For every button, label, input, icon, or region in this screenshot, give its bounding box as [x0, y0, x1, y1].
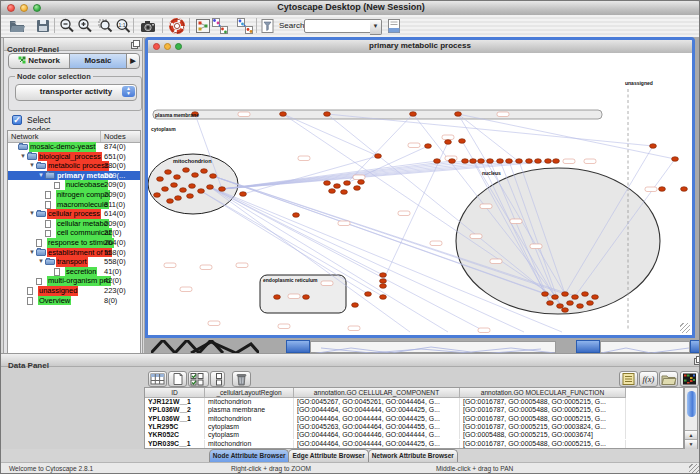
network-tree-row[interactable]: nitrogen compo209(0)	[8, 190, 140, 200]
network-node[interactable]	[577, 304, 584, 309]
network-view-window[interactable]: primary metabolic process plasma membran…	[145, 37, 695, 338]
zoom-selected-region-icon[interactable]	[96, 17, 114, 35]
table-cell[interactable]: YDR039C__1	[145, 440, 205, 448]
network-node[interactable]	[459, 139, 466, 144]
table-cell[interactable]: plasma membrane	[205, 406, 294, 414]
table-cell[interactable]: YPL036W__2	[145, 406, 205, 414]
network-node[interactable]	[167, 199, 174, 204]
network-tree-row[interactable]: response to stimulu264(0)	[8, 238, 140, 248]
network-node[interactable]	[380, 295, 387, 300]
network-node[interactable]	[210, 174, 217, 179]
table-cell[interactable]: [GO:0044464, GO:0044444, GO:0044425, G..…	[294, 406, 460, 414]
network-node[interactable]	[240, 192, 247, 197]
network-tree-row[interactable]: nucleobase-209(0)	[8, 180, 140, 190]
network-tree-row[interactable]: multi-organism pro42(0)	[8, 276, 140, 286]
apply-layout-icon[interactable]	[211, 17, 229, 35]
network-tree-row[interactable]: Overview8(0)	[8, 296, 140, 306]
float-panel-icon[interactable]	[694, 356, 700, 369]
table-cell[interactable]: [GO:0045263, GO:0044464, GO:0044455, G..…	[294, 423, 460, 431]
tree-expand-arrow-icon[interactable]: ▼	[38, 171, 44, 180]
network-node[interactable]	[174, 175, 181, 180]
network-node[interactable]	[329, 189, 336, 194]
table-cell[interactable]: [GO:0044464, GO:0044446, GO:0044444, G..…	[294, 431, 460, 439]
network-node[interactable]	[425, 144, 432, 149]
network-node[interactable]	[542, 292, 549, 297]
network-tree-row[interactable]: ▼biological_process651(0)	[8, 152, 140, 162]
network-node[interactable]	[462, 159, 469, 164]
zoom-out-icon[interactable]	[58, 17, 76, 35]
network-node[interactable]	[375, 154, 382, 159]
network-node[interactable]	[470, 159, 477, 164]
node-color-select[interactable]: transporter activity ▲▼	[15, 84, 137, 101]
delete-attribute-trash-icon[interactable]	[232, 371, 251, 387]
network-node[interactable]	[567, 301, 574, 306]
tab-network-attribute-browser[interactable]: Network Attribute Browser	[368, 449, 458, 462]
tab-overflow-arrow[interactable]: ▶	[126, 53, 140, 69]
network-node[interactable]	[341, 190, 348, 195]
network-tree-row[interactable]: cell communicat22(0)	[8, 228, 140, 238]
network-node[interactable]	[449, 159, 456, 164]
attribute-matrix-icon[interactable]	[680, 371, 699, 387]
table-cell[interactable]: cytoplasm	[205, 431, 294, 439]
network-tree-row[interactable]: cellular metabo209(0)	[8, 219, 140, 229]
help-lifesaver-icon[interactable]	[168, 17, 186, 35]
background-window-edge[interactable]	[286, 340, 310, 353]
save-session-icon[interactable]	[34, 17, 52, 35]
network-node[interactable]	[344, 181, 351, 186]
network-node[interactable]	[562, 292, 569, 297]
table-cell[interactable]: [GO:0045267, GO:0045261, GO:0044464, G..…	[294, 398, 460, 406]
network-tree-row[interactable]: ▼transport558(0)	[8, 257, 140, 267]
network-node[interactable]	[180, 188, 187, 193]
import-attributes-folder-icon[interactable]	[659, 371, 678, 387]
zoom-in-icon[interactable]	[76, 17, 94, 35]
network-node[interactable]	[497, 159, 504, 164]
select-attributes-icon[interactable]	[188, 371, 209, 387]
tree-expand-arrow-icon[interactable]: ▼	[38, 257, 44, 266]
network-tree-row[interactable]: secretion41(0)	[8, 267, 140, 277]
snapshot-camera-icon[interactable]	[139, 17, 157, 35]
new-attribute-icon[interactable]	[168, 371, 187, 387]
network-node[interactable]	[478, 159, 485, 164]
network-node[interactable]	[274, 295, 281, 300]
table-cell[interactable]: mitochondrion	[205, 398, 294, 406]
network-canvas[interactable]: plasma membranecytoplasmmitochondrionnuc…	[148, 53, 692, 335]
network-node[interactable]	[506, 159, 513, 164]
network-node[interactable]	[380, 273, 387, 278]
network-node[interactable]	[334, 184, 341, 189]
table-cell[interactable]: [GO:0016787, GO:0005488, GO:0005215, G..…	[460, 415, 626, 423]
network-node[interactable]	[582, 292, 589, 297]
table-vertical-scrollbar[interactable]: ▲ ▼	[684, 387, 698, 449]
network-node[interactable]	[650, 144, 657, 149]
network-tree-row[interactable]: macromolecule311(0)	[8, 200, 140, 210]
tree-expand-arrow-icon[interactable]: ▼	[29, 209, 35, 218]
scroll-down-arrow[interactable]: ▼	[685, 439, 697, 449]
background-window-edge[interactable]	[690, 340, 700, 353]
network-node[interactable]	[293, 213, 300, 218]
network-node[interactable]	[545, 159, 552, 164]
network-node[interactable]	[352, 303, 359, 308]
table-column-header[interactable]: ID	[145, 388, 205, 398]
network-node[interactable]	[380, 284, 387, 289]
network-tree-row[interactable]: ▼cellular process614(0)	[8, 209, 140, 219]
table-cell[interactable]: [GO:0005488, GO:0005215, GO:0003674]	[460, 431, 626, 439]
network-node[interactable]	[516, 159, 523, 164]
network-node[interactable]	[207, 185, 214, 190]
network-tree-row[interactable]: ▼metabolic process280(0)	[8, 161, 140, 171]
formula-builder-icon[interactable]: f(x)	[639, 371, 658, 387]
tree-expand-arrow-icon[interactable]: ▼	[20, 152, 26, 161]
table-cell[interactable]: [GO:0016787, GO:0005215, GO:0003824, G..…	[460, 423, 626, 431]
unselect-attributes-icon[interactable]	[210, 371, 225, 387]
network-node[interactable]	[455, 112, 462, 117]
select-nodes-checkbox[interactable]: ✓	[12, 115, 22, 125]
network-overview-icon[interactable]	[194, 17, 212, 35]
network-node[interactable]	[162, 187, 169, 192]
network-node[interactable]	[154, 193, 161, 198]
open-session-icon[interactable]	[8, 17, 26, 35]
network-node[interactable]	[526, 159, 533, 164]
attribute-notes-icon[interactable]	[619, 371, 638, 387]
app-resize-grip[interactable]	[689, 464, 700, 474]
network-window-titlebar[interactable]: primary metabolic process	[148, 40, 692, 54]
table-cell[interactable]: YLR295C	[145, 423, 205, 431]
network-node[interactable]	[587, 301, 594, 306]
network-node[interactable]	[434, 159, 441, 164]
